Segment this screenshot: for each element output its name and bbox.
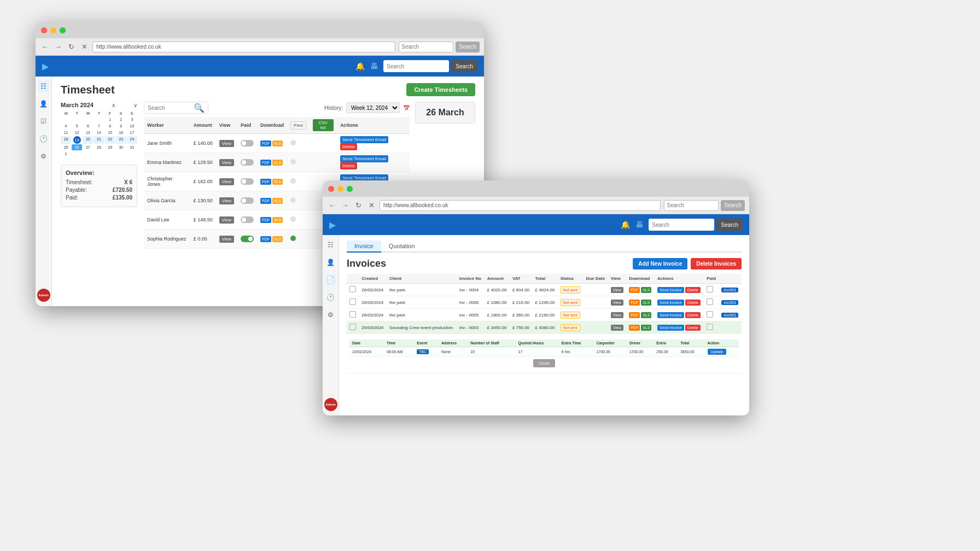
- print-icon-2[interactable]: 🖶: [635, 220, 643, 229]
- send-timesheet-btn[interactable]: Send Timesheet Email: [340, 136, 388, 143]
- cal-cell[interactable]: 10: [127, 123, 137, 129]
- dl-xls-btn[interactable]: XLS: [272, 217, 283, 223]
- cal-cell[interactable]: [116, 151, 126, 157]
- refresh-button-1[interactable]: ↻: [66, 42, 76, 52]
- dl-pdf-btn[interactable]: PDF: [260, 198, 271, 204]
- paid-toggle[interactable]: [241, 159, 254, 166]
- send-inv-btn[interactable]: Send Invoice: [657, 300, 684, 306]
- print-icon-1[interactable]: 🖶: [370, 62, 378, 71]
- forward-button-1[interactable]: →: [53, 42, 63, 52]
- delete-invoices-btn[interactable]: Delete Invoices: [691, 258, 742, 269]
- cal-cell[interactable]: [105, 151, 115, 157]
- paid-toggle[interactable]: [241, 140, 254, 146]
- row-checkbox[interactable]: [349, 286, 356, 292]
- inv-pdf-btn[interactable]: PDF: [629, 312, 640, 318]
- cal-cell[interactable]: 24: [127, 136, 137, 144]
- sidebar-icon-user-2[interactable]: 👤: [325, 257, 336, 268]
- url-bar-1[interactable]: http://www.allbooked.co.uk: [92, 42, 395, 52]
- sidebar-icon-clock-2[interactable]: 🕐: [325, 292, 336, 303]
- view-inv-btn[interactable]: View: [611, 287, 623, 293]
- cal-cell[interactable]: 28: [94, 144, 104, 150]
- cal-cell[interactable]: 30: [116, 144, 126, 150]
- dl-xls-btn[interactable]: XLS: [272, 160, 283, 166]
- row-checkbox[interactable]: [349, 324, 356, 330]
- sidebar-icon-settings[interactable]: ⚙: [38, 151, 49, 162]
- tab-invoice[interactable]: Invoice: [347, 241, 381, 253]
- paid-toggle[interactable]: [241, 216, 254, 223]
- refresh-button-2[interactable]: ↻: [353, 201, 363, 210]
- inv-pdf-btn[interactable]: PDF: [629, 287, 640, 293]
- sidebar-icon-grid[interactable]: ☷: [38, 81, 49, 92]
- cal-cell[interactable]: 23: [116, 136, 126, 144]
- back-button-1[interactable]: ←: [40, 42, 50, 52]
- close-button-2[interactable]: ✕: [366, 201, 376, 210]
- header-search-input-2[interactable]: [649, 219, 714, 231]
- cal-cell[interactable]: [94, 116, 104, 122]
- dl-pdf-btn[interactable]: PDF: [260, 179, 271, 185]
- dl-pdf-btn[interactable]: PDF: [260, 217, 271, 223]
- cal-cell[interactable]: 16: [116, 130, 126, 136]
- send-timesheet-btn[interactable]: Send Timesheet Email: [340, 155, 388, 162]
- cal-cell[interactable]: 5: [72, 123, 82, 129]
- cal-cell[interactable]: 31: [127, 144, 137, 150]
- back-button-2[interactable]: ←: [327, 201, 337, 210]
- bell-icon-2[interactable]: 🔔: [621, 220, 630, 229]
- view-btn[interactable]: View: [219, 178, 234, 185]
- sidebar-icon-check[interactable]: ☑: [38, 116, 49, 127]
- admin-avatar-2[interactable]: Admin: [324, 398, 337, 411]
- cal-cell[interactable]: 27: [83, 144, 93, 150]
- inv-pdf-btn[interactable]: PDF: [629, 300, 640, 306]
- tab-quotation[interactable]: Quotation: [381, 241, 423, 253]
- cal-cell[interactable]: [83, 116, 93, 122]
- close-button-1[interactable]: ✕: [79, 42, 89, 52]
- cal-cell[interactable]: [72, 116, 82, 122]
- delete-btn[interactable]: Delete: [340, 143, 357, 150]
- cal-cell[interactable]: [61, 116, 71, 122]
- create-timesheets-btn[interactable]: Create Timesheets: [406, 83, 475, 96]
- cal-cell[interactable]: 3: [127, 116, 137, 122]
- paid-toggle[interactable]: [241, 236, 254, 242]
- cal-cell[interactable]: 13: [83, 130, 93, 136]
- close-dot-1[interactable]: [41, 27, 47, 33]
- dl-xls-btn[interactable]: XLS: [272, 236, 283, 242]
- cal-cell[interactable]: [94, 151, 104, 157]
- cal-cell[interactable]: 4: [61, 123, 71, 129]
- cal-cell[interactable]: 29: [105, 144, 115, 150]
- inv-xls-btn[interactable]: XLS: [641, 300, 651, 306]
- delete-inv-btn[interactable]: Delete: [685, 312, 701, 318]
- send-inv-btn[interactable]: Send Invoice: [657, 312, 684, 318]
- delete-inv-btn[interactable]: Delete: [685, 300, 701, 306]
- cal-cell[interactable]: [83, 151, 93, 157]
- close-dot-2[interactable]: [328, 186, 334, 192]
- cal-cell[interactable]: 21: [94, 136, 104, 144]
- sidebar-icon-invoice[interactable]: 📄: [325, 274, 336, 285]
- minimize-dot-1[interactable]: [50, 27, 56, 33]
- inv-xls-btn[interactable]: XLS: [641, 312, 651, 318]
- calendar-icon[interactable]: 📅: [403, 105, 410, 111]
- maximize-dot-1[interactable]: [60, 27, 66, 33]
- dl-xls-btn[interactable]: XLS: [272, 198, 283, 204]
- paid-checkbox[interactable]: [707, 311, 713, 318]
- week-select[interactable]: Week 12, 2024: [346, 102, 400, 113]
- forward-button-2[interactable]: →: [340, 201, 350, 210]
- paid-checkbox[interactable]: [707, 324, 713, 330]
- send-inv-btn[interactable]: Send Invoice: [657, 325, 684, 331]
- view-btn[interactable]: View: [219, 236, 234, 243]
- dl-xls-btn[interactable]: XLS: [272, 140, 283, 146]
- paid-toggle[interactable]: [241, 178, 254, 185]
- view-inv-btn[interactable]: View: [611, 312, 623, 318]
- view-inv-btn[interactable]: View: [611, 300, 623, 306]
- cal-cell[interactable]: 8: [105, 123, 115, 129]
- dl-xls-btn[interactable]: XLS: [272, 179, 283, 185]
- cal-cell[interactable]: 20: [83, 136, 93, 144]
- update-btn[interactable]: Update: [708, 349, 727, 355]
- cal-cell[interactable]: [72, 151, 82, 157]
- cal-cell[interactable]: 15: [105, 130, 115, 136]
- header-search-btn-1[interactable]: Search: [451, 60, 477, 72]
- view-inv-btn[interactable]: View: [611, 325, 623, 331]
- cal-cell[interactable]: 1: [61, 151, 71, 157]
- view-btn[interactable]: View: [219, 159, 234, 166]
- bell-icon-1[interactable]: 🔔: [355, 62, 365, 71]
- inv-xls-btn[interactable]: XLS: [641, 325, 651, 331]
- inv-xls-btn[interactable]: XLS: [641, 287, 651, 293]
